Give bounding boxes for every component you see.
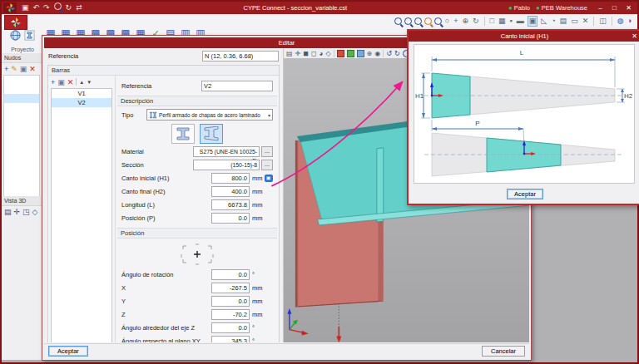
nudo-copy-icon[interactable]: ▣ xyxy=(20,65,27,73)
rotate-right-icon[interactable]: ↻ xyxy=(394,50,400,57)
nudo-delete-icon[interactable]: ✕ xyxy=(29,65,36,73)
z-input[interactable]: -70.2 xyxy=(211,309,250,320)
app-menu-button[interactable] xyxy=(4,15,27,30)
chevron-down-icon: ▾ xyxy=(268,112,270,118)
bar-item[interactable]: V1 xyxy=(52,89,111,98)
frame-view-icon[interactable]: □ xyxy=(489,17,495,26)
close-icon[interactable]: ✕ xyxy=(632,31,637,42)
monitor-view-icon[interactable]: ▣ xyxy=(528,16,538,27)
list-item[interactable] xyxy=(4,85,39,94)
green-plane-icon[interactable] xyxy=(347,50,354,57)
screen-icon[interactable]: ▬ xyxy=(516,17,525,26)
wire-view-icon[interactable]: ◻ xyxy=(311,50,317,57)
blue-plane-icon[interactable] xyxy=(357,50,364,57)
canto-inicial-input[interactable]: 800.0 xyxy=(211,173,250,184)
grid-toggle-icon[interactable]: ▦ xyxy=(498,17,507,26)
workspace-badge: ● PEB Warehouse xyxy=(536,4,587,12)
redraw-icon[interactable]: ↻ xyxy=(472,17,480,26)
bar-duplicate-icon[interactable]: ▣ xyxy=(57,78,65,86)
layers-icon[interactable]: ▤ xyxy=(559,17,568,26)
comment-icon[interactable]: ▭ xyxy=(570,17,579,26)
list-item[interactable] xyxy=(4,76,39,85)
tipo-dropdown[interactable]: Perfil armado de chapas de acero laminad… xyxy=(146,109,273,121)
bar-add-icon[interactable]: + xyxy=(51,78,55,86)
red-plane-icon[interactable] xyxy=(337,50,344,57)
view-layers-icon[interactable]: ▤ xyxy=(4,208,12,216)
set-square-icon[interactable]: ◺ xyxy=(540,17,547,26)
cancelar-button[interactable]: Cancelar xyxy=(482,346,525,357)
angulo-rotacion-input[interactable]: 0.0 xyxy=(211,269,250,280)
pan-icon[interactable]: + xyxy=(453,17,458,26)
bar-referencia-input[interactable]: V2 xyxy=(201,81,273,91)
x-input[interactable]: -267.5 xyxy=(211,283,250,293)
angulo-plano-xy-input[interactable]: 345.3 xyxy=(211,336,250,342)
gear-icon[interactable]: ⊕ xyxy=(367,50,373,57)
bar-delete-icon[interactable]: ✕ xyxy=(67,78,74,86)
nudo-edit-icon[interactable]: ✎ xyxy=(11,65,17,73)
list-item-selected[interactable] xyxy=(4,94,39,103)
canto-aceptar-button[interactable]: Aceptar xyxy=(507,189,543,199)
posicion-p-input[interactable]: 0.0 xyxy=(211,213,250,224)
nudos-list[interactable] xyxy=(3,75,40,198)
zoom-in-icon[interactable] xyxy=(404,17,412,25)
zoom-window-icon[interactable] xyxy=(394,17,402,25)
view-cube-icon[interactable]: ◳ xyxy=(22,208,30,216)
save-icon[interactable]: ▣ xyxy=(22,2,29,13)
bar-move-up-icon[interactable]: ▲ xyxy=(79,80,84,85)
view-toolbar: ○ + ⊕ ↻ □ ▦ ▪ ▬ ▣ ◺ ◔ ▤ ▭ ✕ ◫ ◍ ◗ xyxy=(394,16,633,27)
shaded-view-icon[interactable]: ◕ xyxy=(320,50,324,57)
sync-icon[interactable]: ↻ xyxy=(66,2,72,13)
globe-help-icon[interactable]: ◍ xyxy=(617,17,625,26)
zoom-previous-icon[interactable] xyxy=(424,17,432,25)
plane-view-icon[interactable]: ◇ xyxy=(325,50,330,57)
rotate-view-icon[interactable]: ⊕ xyxy=(461,17,469,26)
material-value[interactable]: S275 (UNE-EN 10025-2) xyxy=(193,146,260,157)
person-scale-icon[interactable]: ✛ xyxy=(295,50,301,57)
update-icon[interactable]: ⇄ xyxy=(76,2,82,13)
canto-dialog-title[interactable]: Canto inicial (H1) xyxy=(409,31,639,42)
solid-view-icon[interactable]: ◼ xyxy=(303,50,309,57)
undo-icon[interactable]: ↶ xyxy=(33,2,40,13)
search-icon[interactable] xyxy=(54,2,62,13)
seccion-value[interactable]: (150-15)-8 xyxy=(193,160,260,170)
snap-icon[interactable]: ▪ xyxy=(509,17,513,26)
canto-inicial-help-icon[interactable]: ▣ xyxy=(265,175,273,182)
orbit-icon[interactable]: ○ xyxy=(444,17,450,26)
profile-tapered-button[interactable] xyxy=(200,124,223,144)
dim-P-label: P xyxy=(475,120,479,127)
layers-icon[interactable]: ▤ xyxy=(286,50,293,57)
rotate-left-icon[interactable]: ↺ xyxy=(386,50,392,57)
delete-view-icon[interactable]: ✕ xyxy=(582,17,590,26)
eye-icon[interactable]: ◉ xyxy=(374,50,380,57)
presence-dot-icon: ● xyxy=(536,4,540,12)
maximize-button[interactable]: □ xyxy=(607,2,622,14)
nudo-add-icon[interactable]: + xyxy=(4,65,8,73)
canto-final-input[interactable]: 400.0 xyxy=(211,186,250,197)
vista3d-panel-title: Vista 3D xyxy=(2,196,42,206)
section-editor-icon[interactable] xyxy=(24,29,35,44)
profile-constant-button[interactable] xyxy=(171,124,195,144)
window-layout-icon[interactable]: ◫ xyxy=(598,17,607,26)
angulo-eje-z-input[interactable]: 0.0 xyxy=(211,322,250,333)
canto-inicial-label: Canto inicial (H1) xyxy=(121,175,211,182)
referencia-input[interactable]: N (12, 0.36, 6.68) xyxy=(202,51,279,61)
services-icon[interactable]: ◗ xyxy=(627,17,633,26)
bar-item-selected[interactable]: V2 xyxy=(52,98,111,107)
y-input[interactable]: 0.0 xyxy=(211,296,250,307)
redo-icon[interactable]: ↷ xyxy=(43,2,50,13)
aceptar-button[interactable]: Aceptar xyxy=(48,346,88,357)
view-iso-icon[interactable]: ◇ xyxy=(32,208,38,216)
project-globe-icon[interactable] xyxy=(10,29,21,44)
view-person-icon[interactable]: ✛ xyxy=(14,208,21,216)
bar-move-down-icon[interactable]: ▼ xyxy=(87,80,92,85)
material-more-button[interactable]: ... xyxy=(261,146,273,157)
anchor-selector[interactable] xyxy=(178,241,216,268)
zoom-out-icon[interactable] xyxy=(414,17,422,25)
zoom-extents-icon[interactable] xyxy=(434,17,442,25)
minimize-button[interactable]: – xyxy=(593,2,607,14)
close-button[interactable]: ✕ xyxy=(622,2,636,14)
bars-list[interactable]: V1 V2 xyxy=(51,88,112,342)
seccion-more-button[interactable]: ... xyxy=(261,160,273,170)
clock-icon[interactable]: ◔ xyxy=(550,17,556,26)
longitud-input[interactable]: 6673.8 xyxy=(211,199,250,210)
